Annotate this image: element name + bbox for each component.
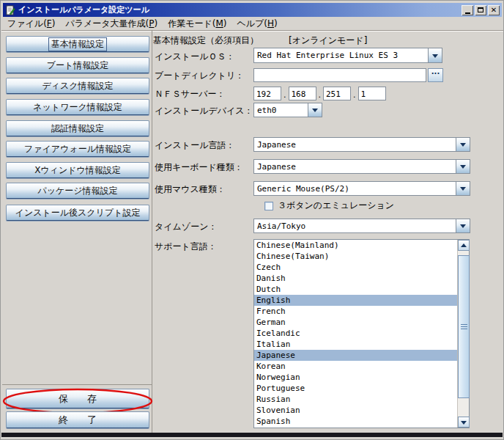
list-item[interactable]: Japanese (254, 350, 457, 361)
list-item[interactable]: Italian (254, 339, 457, 350)
keyboard-select[interactable]: Japanese (253, 159, 470, 174)
sidebar-item-post-script[interactable]: インストール後スクリプト設定 (6, 205, 149, 221)
three-button-emulation-row: ３ボタンのエミュレーション (264, 199, 394, 212)
minimize-icon (465, 12, 470, 14)
install-os-select[interactable]: Red Hat Enterprise Linux ES 3 (253, 48, 442, 63)
window-bottom-edge (1, 433, 503, 437)
list-item[interactable]: Chinese(Mainland) (254, 240, 457, 251)
scrollbar-thumb[interactable] (458, 255, 470, 398)
menu-bar: ファイル(F) パラメータ大量作成(P) 作業モード(M) ヘルプ(H) (1, 17, 504, 31)
close-button[interactable]: ✕ (488, 5, 500, 15)
chevron-down-icon (312, 109, 318, 115)
sidebar-item-basic-info[interactable]: 基本情報設定 (6, 36, 149, 52)
list-item[interactable]: Czech (254, 262, 457, 273)
support-language-label: サポート言語： (155, 241, 217, 253)
install-language-dropdown-button[interactable] (456, 138, 470, 151)
keyboard-label: 使用キーボード種類： (155, 161, 243, 174)
sidebar-item-auth-info[interactable]: 認証情報設定 (6, 120, 149, 136)
nfs-octet-2[interactable]: 168 (289, 87, 316, 100)
sidebar-item-boot-info[interactable]: ブート情報設定 (6, 57, 149, 73)
scrollbar-grip-icon (461, 324, 467, 330)
list-item[interactable]: Slovenian (254, 405, 457, 416)
minimize-button[interactable] (462, 5, 473, 15)
scroll-up-icon (461, 241, 467, 247)
install-device-dropdown-button[interactable] (308, 103, 322, 117)
list-item[interactable]: German (254, 317, 457, 328)
boot-dir-label: ブートディレクトリ： (155, 70, 244, 82)
install-language-label: インストール言語： (155, 139, 234, 152)
chevron-down-icon (460, 143, 466, 150)
nfs-octet-4[interactable]: 1 (358, 87, 386, 100)
chevron-down-icon (460, 165, 466, 172)
install-os-label: インストールＯＳ： (155, 51, 234, 63)
scroll-down-icon (461, 421, 467, 428)
sidebar-item-firewall-info[interactable]: ファイアウォール情報設定 (6, 141, 149, 157)
maximize-icon (478, 7, 483, 12)
chevron-down-icon (432, 54, 438, 61)
install-os-dropdown-button[interactable] (428, 48, 442, 62)
menu-file[interactable]: ファイル(F) (7, 18, 55, 30)
three-button-emulation-label: ３ボタンのエミュレーション (278, 199, 394, 212)
nfs-octet-3[interactable]: 251 (323, 87, 351, 100)
list-item[interactable]: Korean (254, 361, 457, 372)
boot-dir-input[interactable] (253, 68, 426, 82)
save-button[interactable]: 保 存 (6, 389, 149, 408)
list-item[interactable]: Norwegian (254, 372, 457, 383)
app-window: インストールパラメータ設定ツール ✕ ファイル(F) パラメータ大量作成(P) … (0, 0, 504, 440)
sidebar-item-disk-info[interactable]: ディスク情報設定 (6, 78, 149, 94)
sidebar-item-package-info[interactable]: パッケージ情報設定 (6, 183, 149, 199)
nfs-server-input-group: 192 . 168 . 251 . 1 (253, 87, 386, 100)
timezone-dropdown-button[interactable] (456, 219, 470, 232)
install-device-select[interactable]: eth0 (253, 103, 322, 117)
three-button-emulation-checkbox[interactable] (264, 202, 273, 210)
install-device-label: インストールデバイス： (155, 105, 253, 117)
list-item[interactable]: Spanish (254, 416, 457, 427)
support-language-list: Chinese(Mainland)Chinese(Taiwan)CzechDan… (253, 239, 470, 428)
list-item[interactable]: Portuguese (254, 383, 457, 394)
scroll-down-button[interactable] (458, 417, 470, 428)
mouse-dropdown-button[interactable] (456, 182, 470, 195)
chevron-down-icon (460, 187, 466, 194)
list-item[interactable]: French (254, 306, 457, 317)
panel-divider-horizontal (2, 384, 152, 385)
chevron-down-icon (460, 224, 466, 231)
list-item[interactable]: Icelandic (254, 328, 457, 339)
section-title: 基本情報設定（必須項目） (153, 34, 259, 47)
nfs-server-label: ＮＦＳサーバー： (155, 88, 226, 100)
titlebar[interactable]: インストールパラメータ設定ツール ✕ (3, 3, 502, 17)
timezone-select[interactable]: Asia/Tokyo (253, 219, 470, 233)
install-language-select[interactable]: Japanese (253, 137, 470, 152)
exit-button[interactable]: 終 了 (6, 411, 149, 428)
nfs-octet-1[interactable]: 192 (253, 87, 281, 100)
maximize-button[interactable] (475, 5, 486, 15)
list-item[interactable]: Danish (254, 273, 457, 284)
menu-work-mode[interactable]: 作業モード(M) (168, 18, 226, 30)
keyboard-dropdown-button[interactable] (456, 160, 470, 173)
scroll-up-button[interactable] (458, 240, 470, 251)
window-controls: ✕ (462, 5, 500, 15)
list-item[interactable]: Russian (254, 394, 457, 405)
window-title: インストールパラメータ設定ツール (18, 4, 462, 15)
panel-divider-vertical (152, 31, 152, 435)
online-mode-badge: [オンラインモード] (289, 34, 367, 47)
timezone-label: タイムゾーン： (155, 221, 217, 233)
mouse-label: 使用マウス種類： (155, 183, 226, 196)
list-item[interactable]: Chinese(Taiwan) (254, 251, 457, 262)
browse-button[interactable]: ... (428, 68, 443, 82)
sidebar-item-xwindow-info[interactable]: Xウィンドウ情報設定 (6, 162, 149, 178)
sidebar-item-network-info[interactable]: ネットワーク情報設定 (6, 99, 149, 115)
scrollbar[interactable] (457, 240, 469, 428)
menu-help[interactable]: ヘルプ(H) (237, 18, 277, 30)
app-icon (5, 5, 15, 15)
support-language-rows: Chinese(Mainland)Chinese(Taiwan)CzechDan… (254, 240, 457, 428)
menu-bulk-create[interactable]: パラメータ大量作成(P) (65, 18, 158, 30)
list-item[interactable]: Dutch (254, 284, 457, 295)
close-icon: ✕ (491, 6, 497, 15)
list-item[interactable]: English (254, 295, 457, 306)
mouse-select[interactable]: Generic Mouse(PS/2) (253, 181, 470, 196)
